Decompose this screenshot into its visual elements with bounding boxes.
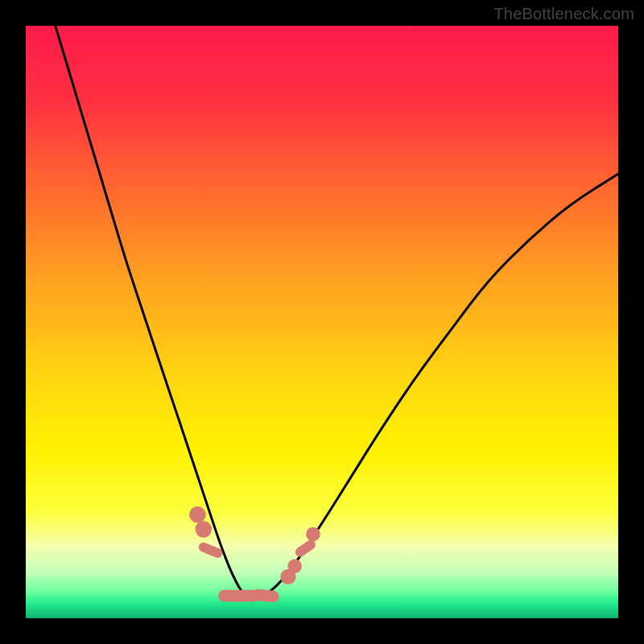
- marker-dot: [189, 506, 206, 523]
- plot-area: [26, 26, 618, 618]
- chart-frame: TheBottleneck.com: [0, 0, 644, 644]
- chart-background: [26, 26, 618, 618]
- watermark-text: TheBottleneck.com: [493, 5, 634, 23]
- chart-svg: [26, 26, 618, 618]
- marker-dot: [306, 527, 320, 542]
- marker-dot: [287, 559, 302, 573]
- marker-dot: [196, 521, 213, 538]
